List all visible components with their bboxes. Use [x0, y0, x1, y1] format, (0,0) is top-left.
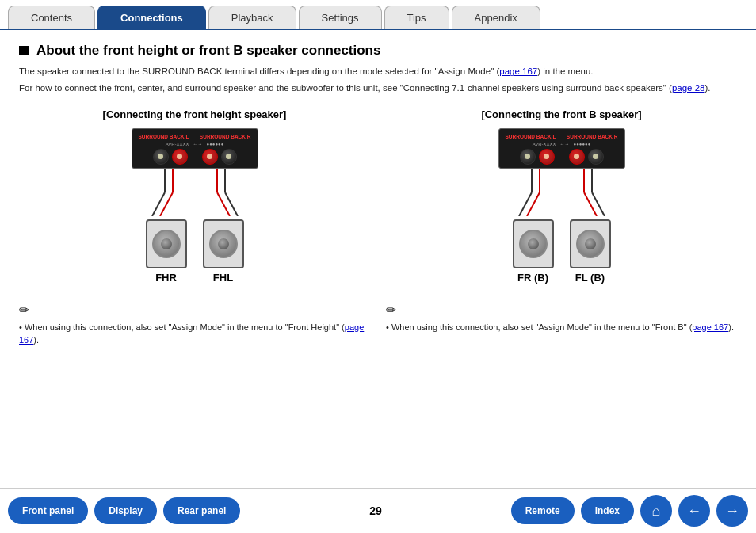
- frb-cabinet: [513, 219, 554, 268]
- flb-driver: [576, 230, 605, 258]
- left-speakers-row: FHR FHL: [146, 219, 244, 284]
- tab-appendix[interactable]: Appendix: [452, 6, 540, 29]
- fhr-label: FHR: [155, 272, 177, 284]
- post-rr: [202, 149, 218, 165]
- speaker-fhr: FHR: [146, 219, 187, 284]
- bottom-nav: Front panel Display Rear panel 29 Remote…: [0, 488, 756, 533]
- left-wires: [132, 169, 258, 216]
- intro-paragraph-1: The speaker connected to the SURROUND BA…: [19, 65, 737, 78]
- remote-button[interactable]: Remote: [511, 497, 575, 524]
- right-note-text: • When using this connection, also set "…: [386, 321, 737, 334]
- frb-driver: [519, 230, 548, 258]
- fhr-driver: [152, 230, 181, 258]
- tab-settings[interactable]: Settings: [299, 6, 382, 29]
- right-speakers-row: FR (B) FL (B): [513, 219, 611, 284]
- left-column: [Connecting the front height speaker] SU…: [19, 109, 370, 347]
- home-button[interactable]: ⌂: [640, 495, 672, 527]
- page167-link-1[interactable]: page 167: [499, 67, 537, 76]
- flb-cabinet: [570, 219, 611, 268]
- right-note-section: ✏ • When using this connection, also set…: [386, 296, 737, 334]
- frb-label: FR (B): [517, 272, 548, 284]
- section-title: About the front height or front B speake…: [19, 43, 737, 59]
- right-wires: [498, 169, 625, 216]
- fhr-cabinet: [146, 219, 187, 268]
- left-note-text: • When using this connection, also set "…: [19, 321, 370, 347]
- post-bl: [153, 149, 169, 165]
- nav-tabs: Contents Connections Playback Settings T…: [0, 0, 756, 30]
- tab-contents[interactable]: Contents: [8, 6, 95, 29]
- back-button[interactable]: ←: [678, 495, 710, 527]
- post-rl: [172, 149, 188, 165]
- r-post-rr: [569, 149, 585, 165]
- left-note-section: ✏ • When using this connection, also set…: [19, 296, 370, 347]
- bullet-icon: [19, 46, 29, 55]
- display-button[interactable]: Display: [94, 497, 157, 524]
- main-content: About the front height or front B speake…: [0, 30, 756, 353]
- tab-playback[interactable]: Playback: [208, 6, 296, 29]
- index-button[interactable]: Index: [581, 497, 634, 524]
- right-terminal-block: SURROUND BACK L SURROUND BACK R AVR-XXXX…: [498, 128, 625, 169]
- front-panel-button[interactable]: Front panel: [8, 497, 88, 524]
- intro-paragraph-2: For how to connect the front, center, an…: [19, 82, 737, 95]
- svg-line-5: [160, 192, 173, 216]
- fhl-cabinet: [203, 219, 244, 268]
- svg-line-15: [592, 192, 605, 216]
- left-terminal-block: SURROUND BACK L SURROUND BACK R AVR-XXXX…: [132, 128, 258, 169]
- fhl-label: FHL: [213, 272, 233, 284]
- speaker-frb: FR (B): [513, 219, 554, 284]
- right-note-icon: ✏: [386, 303, 737, 318]
- fhl-driver: [209, 230, 238, 258]
- page28-link[interactable]: page 28: [672, 83, 705, 93]
- r-post-bl: [520, 149, 536, 165]
- speaker-flb: FL (B): [570, 219, 611, 284]
- two-column-layout: [Connecting the front height speaker] SU…: [19, 109, 737, 347]
- post-br: [221, 149, 237, 165]
- svg-line-4: [152, 192, 165, 216]
- svg-line-13: [527, 192, 540, 216]
- tab-connections[interactable]: Connections: [97, 6, 206, 29]
- svg-line-12: [519, 192, 532, 216]
- left-diagram-title: [Connecting the front height speaker]: [19, 109, 370, 120]
- speaker-fhl: FHL: [203, 219, 244, 284]
- svg-line-6: [217, 192, 230, 216]
- left-note-icon: ✏: [19, 303, 370, 318]
- flb-label: FL (B): [575, 272, 605, 284]
- r-post-rl: [539, 149, 555, 165]
- svg-line-14: [584, 192, 597, 216]
- right-note-link[interactable]: page 167: [692, 322, 728, 332]
- left-diagram: SURROUND BACK L SURROUND BACK R AVR-XXXX…: [19, 128, 370, 284]
- rear-panel-button[interactable]: Rear panel: [163, 497, 240, 524]
- forward-button[interactable]: →: [716, 495, 748, 527]
- right-diagram: SURROUND BACK L SURROUND BACK R AVR-XXXX…: [386, 128, 737, 284]
- page-number: 29: [246, 504, 504, 517]
- r-post-br: [588, 149, 604, 165]
- tab-tips[interactable]: Tips: [384, 6, 449, 29]
- svg-line-7: [225, 192, 238, 216]
- right-diagram-title: [Connecting the front B speaker]: [386, 109, 737, 120]
- right-column: [Connecting the front B speaker] SURROUN…: [386, 109, 737, 347]
